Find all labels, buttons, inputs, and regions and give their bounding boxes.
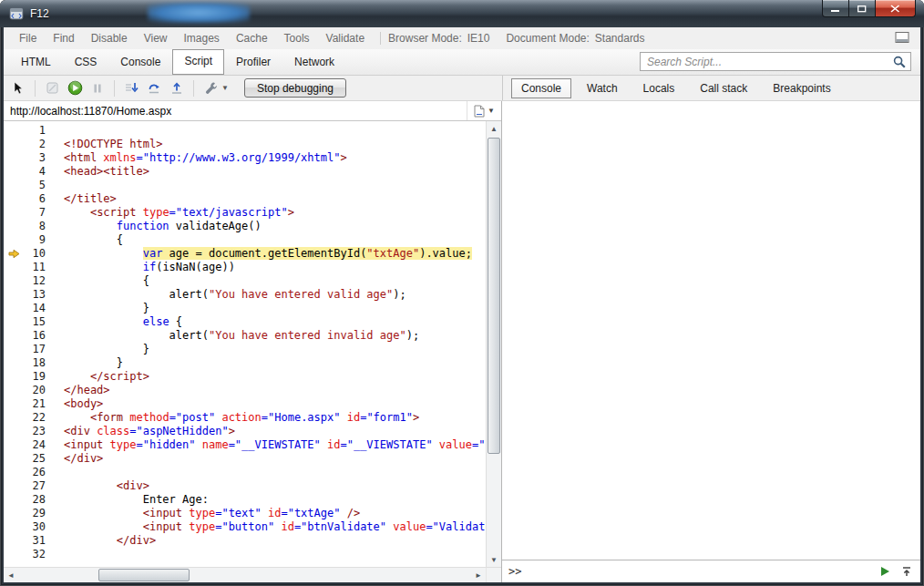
document-mode-label[interactable]: Document Mode: <box>506 32 589 45</box>
titlebar[interactable]: F12 <box>0 0 924 27</box>
line-number: 17 <box>24 343 56 356</box>
editor-horizontal-scrollbar[interactable]: ◄ ► <box>4 568 486 582</box>
breakpoint-margin[interactable] <box>4 534 24 548</box>
breakpoint-margin[interactable] <box>4 151 24 165</box>
minimize-button[interactable] <box>822 0 849 17</box>
breakpoint-margin[interactable] <box>4 548 24 561</box>
vertical-scroll-thumb[interactable] <box>488 138 500 454</box>
step-out-button[interactable] <box>169 80 185 97</box>
breakpoint-margin[interactable] <box>4 302 24 315</box>
breakpoint-margin[interactable] <box>4 179 24 192</box>
file-dropdown-caret-icon: ▼ <box>488 107 495 115</box>
tab-network[interactable]: Network <box>282 50 346 75</box>
unpin-button[interactable] <box>891 30 913 47</box>
menu-find[interactable]: Find <box>45 32 82 45</box>
step-out-icon <box>169 81 184 95</box>
breakpoint-margin[interactable] <box>4 411 24 425</box>
search-icon[interactable] <box>893 56 906 68</box>
breakpoint-margin[interactable] <box>4 438 24 452</box>
code-text: alert("You have entered invalid age"); <box>56 329 419 343</box>
code-line: 25</div> <box>4 452 486 466</box>
menu-view[interactable]: View <box>136 32 176 45</box>
tab-console[interactable]: Console <box>108 50 172 75</box>
menu-cache[interactable]: Cache <box>228 32 276 45</box>
menu-disable[interactable]: Disable <box>83 32 136 45</box>
debug-tab-breakpoints[interactable]: Breakpoints <box>763 78 840 98</box>
run-script-button[interactable] <box>878 564 892 579</box>
break-all-icon <box>91 82 104 95</box>
breakpoint-margin[interactable] <box>4 384 24 397</box>
tab-html[interactable]: HTML <box>9 50 63 75</box>
pointer-button[interactable] <box>10 80 26 97</box>
breakpoint-margin[interactable] <box>4 233 24 247</box>
menu-images[interactable]: Images <box>176 32 228 45</box>
titlebar-artifact <box>148 3 250 23</box>
breakpoint-margin[interactable] <box>4 192 24 206</box>
breakpoint-margin[interactable] <box>4 261 24 274</box>
console-output[interactable] <box>502 101 920 560</box>
break-on-error-button[interactable] <box>44 80 60 97</box>
scroll-up-arrow-icon[interactable]: ▲ <box>487 121 501 136</box>
close-icon <box>890 5 900 13</box>
code-lines[interactable]: 12<!DOCTYPE html>3<html xmlns="http://ww… <box>4 121 486 567</box>
continue-button[interactable] <box>67 80 83 97</box>
current-statement-arrow-icon[interactable] <box>4 247 24 261</box>
breakpoint-margin[interactable] <box>4 315 24 329</box>
editor-vertical-scrollbar[interactable]: ▲ ▼ <box>486 121 501 567</box>
menu-tools[interactable]: Tools <box>276 32 318 45</box>
unpin-icon <box>895 32 909 43</box>
step-into-button[interactable] <box>123 80 139 97</box>
breakpoint-margin[interactable] <box>4 466 24 479</box>
tab-css[interactable]: CSS <box>63 50 109 75</box>
debug-tab-watch[interactable]: Watch <box>577 78 628 98</box>
debug-tab-call-stack[interactable]: Call stack <box>690 78 757 98</box>
breakpoint-margin[interactable] <box>4 479 24 493</box>
breakpoint-margin[interactable] <box>4 452 24 466</box>
stop-debugging-button[interactable]: Stop debugging <box>244 78 346 98</box>
maximize-console-icon <box>901 566 912 577</box>
scroll-down-arrow-icon[interactable]: ▼ <box>487 552 501 567</box>
breakpoint-margin[interactable] <box>4 288 24 302</box>
breakpoint-margin[interactable] <box>4 520 24 534</box>
search-input[interactable] <box>645 55 893 69</box>
code-text: </div> <box>56 452 103 466</box>
maximize-button[interactable] <box>849 0 875 17</box>
breakpoint-margin[interactable] <box>4 220 24 233</box>
step-over-button[interactable] <box>146 80 162 97</box>
breakpoint-margin[interactable] <box>4 124 24 138</box>
breakpoint-margin[interactable] <box>4 356 24 370</box>
debugger-config-button[interactable] <box>202 80 219 97</box>
breakpoint-margin[interactable] <box>4 425 24 438</box>
browser-mode-label[interactable]: Browser Mode: <box>388 32 462 45</box>
tab-script[interactable]: Script <box>172 49 224 75</box>
horizontal-scroll-thumb[interactable] <box>98 569 190 581</box>
document-mode-value[interactable]: Standards <box>595 32 645 45</box>
breakpoint-margin[interactable] <box>4 138 24 151</box>
breakpoint-margin[interactable] <box>4 397 24 411</box>
debug-tab-locals[interactable]: Locals <box>633 78 685 98</box>
breakpoint-margin[interactable] <box>4 370 24 384</box>
line-number: 19 <box>24 370 56 384</box>
tab-profiler[interactable]: Profiler <box>224 50 282 75</box>
code-line: 10 var age = document.getElementById("tx… <box>4 247 486 261</box>
breakpoint-margin[interactable] <box>4 507 24 520</box>
scroll-right-arrow-icon[interactable]: ► <box>471 568 486 582</box>
browser-mode-value[interactable]: IE10 <box>467 32 490 45</box>
breakpoint-margin[interactable] <box>4 329 24 343</box>
menu-file[interactable]: File <box>11 32 45 45</box>
menu-validate[interactable]: Validate <box>318 32 373 45</box>
wrench-icon <box>204 81 218 95</box>
breakpoint-margin[interactable] <box>4 206 24 220</box>
close-button[interactable] <box>875 0 916 17</box>
toolbar-separator <box>114 80 115 97</box>
debug-tab-console[interactable]: Console <box>511 78 571 98</box>
breakpoint-margin[interactable] <box>4 165 24 179</box>
file-selector-button[interactable]: ▼ <box>467 101 501 120</box>
maximize-console-button[interactable] <box>899 564 914 579</box>
scroll-left-arrow-icon[interactable]: ◄ <box>4 568 18 582</box>
breakpoint-margin[interactable] <box>4 274 24 288</box>
config-dropdown-caret-icon[interactable]: ▼ <box>221 84 229 92</box>
breakpoint-margin[interactable] <box>4 343 24 356</box>
breakpoint-margin[interactable] <box>4 493 24 507</box>
break-all-button[interactable] <box>89 80 106 97</box>
